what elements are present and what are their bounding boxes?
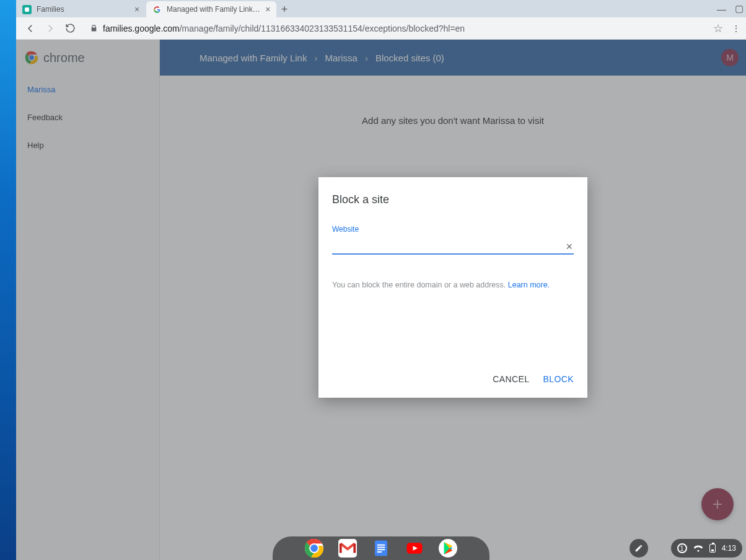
website-input[interactable] <box>332 242 564 252</box>
favicon-google <box>152 5 162 14</box>
address-bar: families.google.com/manage/family/child/… <box>16 17 746 40</box>
battery-icon <box>709 544 716 553</box>
notifications-count: 1 <box>677 543 687 553</box>
tab-title: Managed with Family Link > Exc… <box>167 5 261 14</box>
block-site-modal: Block a site Website × You can block the… <box>318 177 587 398</box>
status-tray[interactable]: 1 4:13 <box>671 539 742 558</box>
website-field-label: Website <box>318 206 587 234</box>
cancel-button[interactable]: CANCEL <box>493 374 529 384</box>
window-controls: — ▢ <box>717 0 744 17</box>
svg-rect-10 <box>377 545 385 546</box>
browser-menu-icon[interactable]: ⋮ <box>732 24 740 33</box>
tab-strip: Families × Managed with Family Link > Ex… <box>16 0 746 17</box>
learn-more-link[interactable]: Learn more. <box>508 281 550 289</box>
forward-button[interactable] <box>43 22 57 35</box>
app-youtube-icon[interactable] <box>405 539 424 558</box>
tab-families[interactable]: Families × <box>16 1 146 17</box>
svg-rect-12 <box>377 549 385 550</box>
wifi-icon <box>693 545 703 552</box>
maximize-button[interactable]: ▢ <box>735 3 744 14</box>
svg-rect-9 <box>375 541 387 556</box>
app-play-icon[interactable] <box>439 539 457 558</box>
tab-managed[interactable]: Managed with Family Link > Exc… × <box>146 1 276 17</box>
new-tab-button[interactable]: + <box>276 1 292 17</box>
shelf-well <box>273 536 489 560</box>
app-gmail-icon[interactable] <box>338 539 357 558</box>
block-button[interactable]: BLOCK <box>543 374 574 384</box>
app-chrome-icon[interactable] <box>305 539 323 558</box>
svg-rect-11 <box>377 547 385 548</box>
clock: 4:13 <box>722 544 736 553</box>
stylus-button[interactable] <box>630 539 648 558</box>
url-host: families.google.com <box>103 24 180 33</box>
bookmark-star-icon[interactable]: ☆ <box>713 22 723 35</box>
reload-button[interactable] <box>63 22 77 35</box>
url-path: /manage/family/child/1131663340231335311… <box>180 24 465 33</box>
website-input-wrap: × <box>332 240 574 255</box>
chromeos-shelf: 1 4:13 <box>16 536 746 560</box>
clear-icon[interactable]: × <box>564 240 574 253</box>
back-button[interactable] <box>24 22 37 35</box>
desktop-background-strip <box>0 0 16 560</box>
modal-actions: CANCEL BLOCK <box>493 374 574 384</box>
lock-icon <box>89 24 98 33</box>
close-icon[interactable]: × <box>265 5 272 14</box>
url-field[interactable]: families.google.com/manage/family/child/… <box>103 24 708 33</box>
favicon-families <box>22 5 32 14</box>
close-icon[interactable]: × <box>133 5 141 14</box>
tab-title: Families <box>37 5 129 14</box>
app-docs-icon[interactable] <box>372 539 390 558</box>
svg-rect-13 <box>377 551 382 553</box>
minimize-button[interactable]: — <box>717 4 726 14</box>
modal-title: Block a site <box>318 177 587 206</box>
modal-hint: You can block the entire domain or a web… <box>318 255 587 289</box>
